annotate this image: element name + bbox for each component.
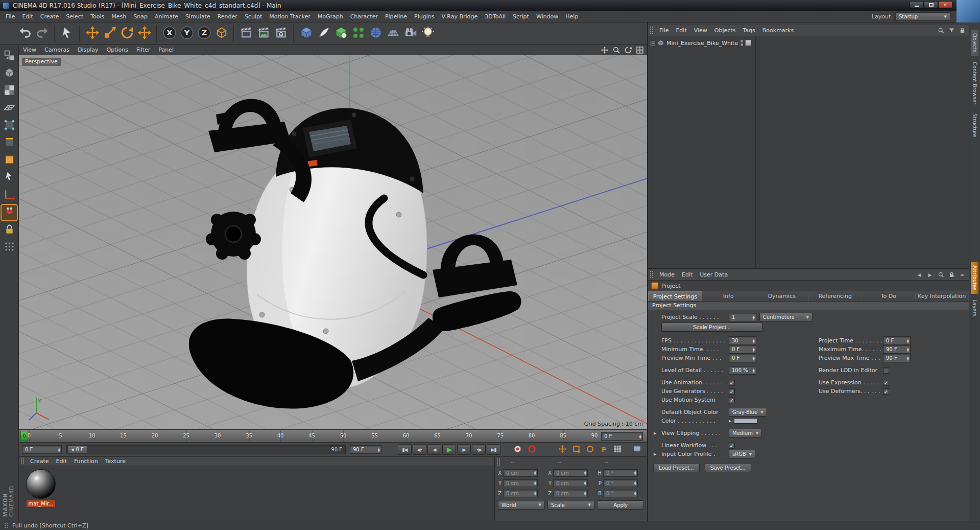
texture-mode-button[interactable]	[2, 83, 17, 99]
project-scale-field[interactable]: 1▲▼	[729, 313, 756, 321]
side-tab-layers[interactable]: Layers	[971, 296, 978, 320]
am-lock-icon[interactable]	[948, 271, 955, 279]
side-tab-content-browser[interactable]: Content Browser	[971, 58, 978, 108]
am-menu-edit[interactable]: Edit	[678, 270, 696, 279]
vp-menu-panel[interactable]: Panel	[154, 45, 178, 55]
object-tag-icon[interactable]	[745, 40, 751, 46]
expand-icon[interactable]: +	[651, 41, 655, 45]
tab-project-settings[interactable]: Project Settings	[648, 291, 702, 301]
linear-workflow-checkbox[interactable]: ✓	[729, 443, 735, 449]
viewport[interactable]: Y Perspective Grid Spacing : 10 cm	[19, 55, 647, 429]
om-menu-objects[interactable]: Objects	[711, 26, 739, 35]
om-menu-file[interactable]: File	[656, 26, 672, 35]
timeline-range-slider[interactable]: ◀ 0 F 90 F	[66, 445, 346, 454]
vp-menu-options[interactable]: Options	[103, 45, 132, 55]
menu-edit[interactable]: Edit	[18, 11, 36, 22]
preview-monitor-button[interactable]	[631, 445, 643, 455]
default-object-color-dropdown[interactable]: Gray-Blue▼	[729, 408, 767, 417]
stepper-icon[interactable]: ▲▼	[752, 315, 755, 319]
stepper-icon[interactable]: ▲▼	[377, 448, 380, 452]
size-y-field[interactable]: 0 cm▲▼	[553, 479, 588, 487]
position-y-field[interactable]: 0 cm▲▼	[503, 479, 538, 487]
stepper-icon[interactable]: ▲▼	[906, 356, 909, 360]
maximum-time-field[interactable]: 90 F▲▼	[883, 345, 911, 354]
autokeying-button[interactable]	[525, 445, 538, 455]
goto-start-button[interactable]: ▮◀	[398, 444, 412, 455]
play-button[interactable]: ▶	[442, 444, 456, 455]
rotation-b-field[interactable]: 0 °▲▼	[603, 490, 638, 497]
zoom-view-icon[interactable]	[612, 46, 620, 54]
view-clipping-dropdown[interactable]: Medium▼	[729, 429, 762, 437]
frame-display-field[interactable]: 0 F ▲▼	[601, 432, 643, 441]
tab-info[interactable]: Info	[702, 291, 756, 301]
undo-button[interactable]	[16, 24, 33, 43]
timeline-ruler[interactable]: 0 0 F ▲▼ 0510152025303540455055606570758…	[19, 429, 647, 443]
add-generator-button[interactable]	[332, 24, 349, 43]
level-of-detail-field[interactable]: 100 %▲▼	[729, 366, 756, 375]
camera-label[interactable]: Perspective	[22, 58, 61, 66]
object-name[interactable]: Mini_Exercise_Bike_White	[666, 40, 738, 47]
record-rotation-button[interactable]	[584, 445, 596, 455]
render-view-button[interactable]	[238, 24, 255, 43]
stepper-icon[interactable]: ▲▼	[752, 348, 755, 352]
menu-create[interactable]: Create	[37, 11, 63, 22]
vp-menu-view[interactable]: View	[19, 45, 40, 55]
quantize-button[interactable]	[2, 240, 17, 255]
rotation-p-field[interactable]: 0 °▲▼	[603, 479, 638, 487]
prev-frame-button[interactable]: ◀	[427, 444, 441, 455]
stepper-icon[interactable]: ▲▼	[534, 481, 536, 485]
render-settings-button[interactable]	[273, 24, 290, 43]
record-pla-button[interactable]	[611, 445, 624, 455]
tab-referencing[interactable]: Referencing	[809, 291, 863, 301]
pan-view-icon[interactable]	[601, 46, 609, 54]
stepper-icon[interactable]: ▲▼	[634, 481, 636, 485]
close-button[interactable]: ✕	[938, 1, 952, 9]
use-motion-system-checkbox[interactable]: ✓	[729, 397, 735, 403]
menu-script[interactable]: Script	[509, 11, 533, 22]
lock-z-axis-button[interactable]: Z	[196, 24, 212, 43]
rotation-h-field[interactable]: 0 °▲▼	[603, 469, 638, 477]
visibility-toggle[interactable]	[740, 40, 743, 46]
om-menu-bookmarks[interactable]: Bookmarks	[759, 26, 797, 35]
material-name[interactable]: mat_Mir...	[27, 500, 56, 507]
am-menu-icon[interactable]: ≡	[959, 271, 966, 279]
expand-arrow-icon[interactable]: ▶	[654, 452, 656, 456]
position-z-field[interactable]: 0 cm▲▼	[503, 490, 538, 497]
menu-sculpt[interactable]: Sculpt	[241, 11, 266, 22]
tab-key-interpolation[interactable]: Key Interpolation	[916, 291, 969, 301]
end-frame-field[interactable]: 90 F ▲▼	[350, 445, 381, 454]
workplane-lock-button[interactable]	[2, 222, 17, 238]
expand-arrow-icon[interactable]: ▶	[654, 431, 656, 435]
om-search-icon[interactable]	[937, 27, 944, 34]
scale-dropdown[interactable]: Scale▼	[547, 501, 594, 510]
live-selection-button[interactable]	[59, 24, 76, 43]
menu-character[interactable]: Character	[347, 11, 381, 22]
record-parameter-button[interactable]: P	[597, 445, 610, 455]
render-lod-in-editor-checkbox[interactable]	[883, 367, 889, 374]
record-position-button[interactable]	[556, 445, 569, 455]
am-menu-mode[interactable]: Mode	[656, 270, 678, 279]
rotate-tool-button[interactable]	[118, 24, 135, 43]
side-tab-objects[interactable]: Objects	[971, 30, 978, 56]
stepper-icon[interactable]: ▲▼	[58, 448, 60, 452]
render-picture-viewer-button[interactable]	[255, 24, 272, 43]
redo-button[interactable]	[34, 24, 51, 43]
color-swatch[interactable]	[734, 418, 757, 424]
vp-menu-display[interactable]: Display	[74, 45, 103, 55]
layout-dropdown[interactable]: Startup ▼	[895, 12, 950, 21]
mat-menu-function[interactable]: Function	[70, 457, 102, 466]
am-history-forward-icon[interactable]: ▶	[926, 271, 934, 279]
menu-snap[interactable]: Snap	[130, 11, 151, 22]
rotate-view-icon[interactable]	[624, 46, 632, 54]
use-expression-checkbox[interactable]: ✓	[883, 380, 889, 386]
project-time-field[interactable]: 0 F▲▼	[883, 336, 911, 345]
next-key-button[interactable]: •▶	[472, 444, 486, 455]
load-preset-button[interactable]: Load Preset...	[653, 463, 700, 472]
model-mode-button[interactable]	[2, 66, 17, 81]
am-search-icon[interactable]	[937, 271, 944, 279]
coordinate-system-button[interactable]	[213, 24, 230, 43]
menu-simulate[interactable]: Simulate	[182, 11, 214, 22]
use-deformers-checkbox[interactable]: ✓	[883, 388, 889, 395]
stepper-icon[interactable]: ▲▼	[634, 471, 636, 475]
menu-tools[interactable]: Tools	[87, 11, 108, 22]
